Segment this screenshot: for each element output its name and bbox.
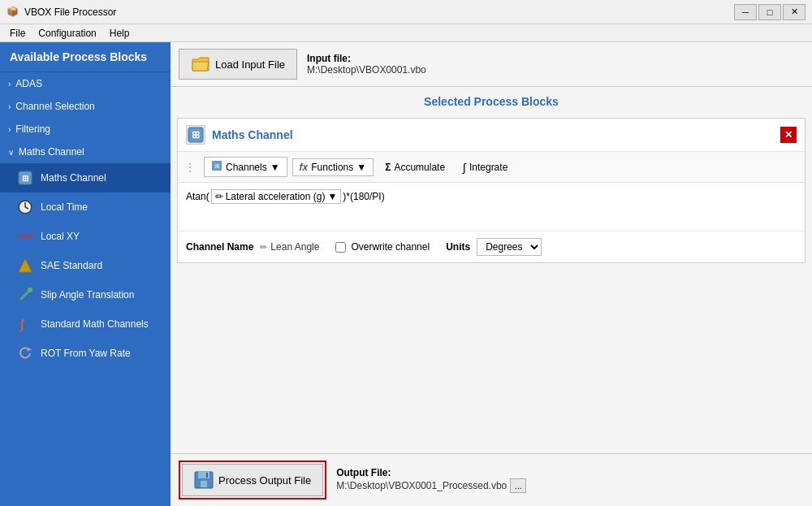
- maths-channel-block-title: Maths Channel: [212, 128, 774, 141]
- channel-name-group: Channel Name ✏ Lean Angle: [186, 241, 319, 253]
- load-input-file-button[interactable]: Load Input File: [179, 49, 297, 80]
- sidebar-item-local-xy-label: Local XY: [41, 231, 80, 242]
- close-button[interactable]: ✕: [783, 4, 806, 20]
- main-layout: Available Process Blocks › ADAS › Channe…: [0, 42, 812, 506]
- minimize-button[interactable]: ─: [734, 4, 757, 20]
- maximize-button[interactable]: □: [758, 4, 781, 20]
- functions-btn-label: Functions: [311, 162, 353, 173]
- input-file-info: Input file: M:\Desktop\VBOX0001.vbo: [307, 53, 426, 76]
- sidebar-group-maths-channel-header[interactable]: ∨ Maths Channel: [0, 141, 171, 163]
- overwrite-channel-group: Overwrite channel: [335, 241, 430, 253]
- sidebar-item-maths-channel[interactable]: ⊞ Maths Channel: [0, 163, 171, 192]
- browse-output-button[interactable]: ...: [510, 478, 526, 493]
- accumulate-button[interactable]: Σ Accumulate: [378, 159, 451, 175]
- close-maths-channel-button[interactable]: ✕: [780, 127, 797, 143]
- sidebar-group-channel-selection-header[interactable]: › Channel Selection: [0, 95, 171, 118]
- process-output-button-wrapper: Process Output File: [179, 461, 326, 500]
- units-select[interactable]: Degrees Radians: [477, 238, 542, 256]
- sidebar-item-slip-angle[interactable]: Slip Angle Translation: [0, 280, 171, 309]
- chevron-right-icon-3: ›: [8, 125, 11, 134]
- folder-icon: [191, 56, 210, 72]
- sidebar-item-rot-yaw[interactable]: ROT From Yaw Rate: [0, 339, 171, 368]
- standard-math-icon: ∫: [16, 315, 34, 333]
- sidebar-group-filtering-header[interactable]: › Filtering: [0, 118, 171, 141]
- rot-yaw-icon: [16, 344, 34, 362]
- sidebar-group-channel-selection: › Channel Selection: [0, 95, 171, 118]
- sidebar-item-local-xy[interactable]: Local XY: [0, 222, 171, 251]
- sidebar-group-maths-channel-label: Maths Channel: [19, 146, 84, 158]
- load-input-file-label: Load Input File: [215, 58, 285, 71]
- sidebar-item-sae-standard[interactable]: SAE Standard: [0, 251, 171, 280]
- output-file-path: M:\Desktop\VBOX0001_Processed.vbo: [336, 480, 507, 491]
- formula-expression: Atan( ✏ Lateral acceleration (g) ▼ )*(18…: [186, 189, 797, 204]
- integrate-btn-label: Integrate: [469, 162, 508, 173]
- sidebar-item-maths-channel-label: Maths Channel: [41, 172, 106, 184]
- svg-text:⊞: ⊞: [22, 174, 28, 183]
- units-group: Units Degrees Radians: [446, 238, 542, 256]
- sidebar-item-rot-yaw-label: ROT From Yaw Rate: [41, 348, 131, 359]
- sidebar-group-maths-channel: ∨ Maths Channel ⊞ Maths Channel: [0, 141, 171, 368]
- sidebar-group-adas-header[interactable]: › ADAS: [0, 72, 171, 95]
- sigma-icon: Σ: [385, 162, 391, 173]
- integrate-button[interactable]: ∫ Integrate: [456, 158, 514, 176]
- chevron-right-icon-2: ›: [8, 102, 11, 111]
- app-icon: 📦: [6, 6, 19, 19]
- sidebar-item-standard-math-label: Standard Math Channels: [41, 318, 149, 330]
- maths-channel-block-icon: ⊞: [186, 125, 205, 145]
- sae-icon: [16, 257, 34, 275]
- svg-text:∫: ∫: [19, 318, 25, 332]
- maths-channel-block-header: ⊞ Maths Channel ✕: [178, 119, 805, 152]
- overwrite-channel-checkbox[interactable]: [335, 242, 346, 253]
- channel-selector-dropdown[interactable]: ✏ Lateral acceleration (g) ▼: [211, 189, 342, 204]
- menu-file[interactable]: File: [3, 26, 32, 41]
- drag-handle-icon[interactable]: ⋮: [184, 161, 196, 174]
- local-xy-icon: [16, 227, 34, 245]
- svg-point-7: [28, 288, 32, 292]
- functions-button[interactable]: fx Functions ▼: [292, 158, 374, 176]
- accumulate-btn-label: Accumulate: [394, 162, 445, 173]
- title-bar-controls: ─ □ ✕: [734, 4, 806, 20]
- input-file-label: Input file:: [307, 53, 426, 64]
- channel-name-value-group: ✏ Lean Angle: [260, 241, 319, 253]
- sidebar-item-sae-standard-label: SAE Standard: [41, 260, 102, 271]
- sidebar-group-channel-selection-label: Channel Selection: [15, 101, 94, 112]
- menu-help[interactable]: Help: [103, 26, 136, 41]
- chevron-down-icon: ∨: [8, 148, 14, 157]
- sidebar-group-adas: › ADAS: [0, 72, 171, 95]
- channels-btn-label: Channels: [226, 162, 267, 173]
- title-bar: 📦 VBOX File Processor ─ □ ✕: [0, 0, 812, 24]
- sidebar: Available Process Blocks › ADAS › Channe…: [0, 42, 171, 506]
- channel-selector-label: Lateral acceleration (g): [226, 191, 326, 202]
- process-output-file-label: Process Output File: [218, 474, 311, 487]
- sidebar-item-local-time-label: Local Time: [41, 201, 88, 213]
- units-label: Units: [446, 241, 470, 253]
- formula-suffix: )*(180/PI): [343, 191, 384, 202]
- clock-icon: [16, 198, 34, 216]
- block-toolbar: ⋮ ⊞ Channels ▼ fx: [178, 152, 805, 183]
- app-title: VBOX File Processor: [24, 6, 734, 18]
- process-output-file-button[interactable]: Process Output File: [182, 464, 323, 496]
- selected-process-blocks-title: Selected Process Blocks: [177, 92, 806, 111]
- channel-dropdown-icon: ▼: [327, 191, 337, 202]
- output-file-label: Output File:: [336, 467, 526, 478]
- output-file-info: Output File: M:\Desktop\VBOX0001_Process…: [336, 467, 526, 493]
- menu-configuration[interactable]: Configuration: [32, 26, 102, 41]
- svg-text:⊞: ⊞: [214, 162, 220, 170]
- functions-dropdown-icon: ▼: [356, 162, 366, 173]
- formula-prefix: Atan(: [186, 191, 209, 202]
- channel-name-edit-icon[interactable]: ✏: [260, 242, 267, 253]
- channel-edit-icon: ✏: [215, 191, 223, 202]
- svg-rect-17: [206, 473, 208, 478]
- channel-name-label: Channel Name: [186, 241, 253, 253]
- sidebar-item-standard-math[interactable]: ∫ Standard Math Channels: [0, 309, 171, 339]
- chevron-right-icon: ›: [8, 80, 11, 89]
- channels-button[interactable]: ⊞ Channels ▼: [204, 157, 287, 177]
- sidebar-header: Available Process Blocks: [0, 42, 171, 72]
- maths-channel-block: ⊞ Maths Channel ✕ ⋮ ⊞: [177, 118, 806, 263]
- sidebar-item-local-time[interactable]: Local Time: [0, 192, 171, 222]
- integral-icon: ∫: [463, 161, 466, 174]
- process-blocks-area: Selected Process Blocks ⊞ Maths Channel …: [171, 87, 812, 453]
- sidebar-group-adas-label: ADAS: [15, 78, 42, 89]
- channels-dropdown-icon: ▼: [270, 162, 280, 173]
- channel-properties: Channel Name ✏ Lean Angle Overwrite chan…: [178, 231, 805, 262]
